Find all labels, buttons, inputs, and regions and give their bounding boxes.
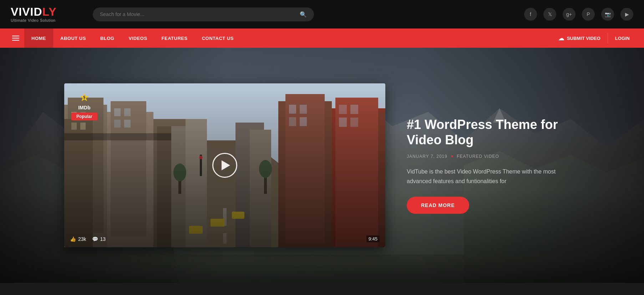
- logo-subtitle: Ultimate Video Solution: [11, 18, 82, 22]
- login-button[interactable]: LOGIN: [608, 36, 637, 41]
- video-stats: 👍 23k 💬 13: [70, 236, 106, 242]
- imdb-label: IMDb: [78, 105, 90, 110]
- video-bottom-bar: 👍 23k 💬 13 9:45: [70, 236, 380, 242]
- rating-number: 5: [83, 95, 86, 99]
- social-icons: f 𝕏 g+ P 📷 ▶: [524, 8, 633, 21]
- nav-link-features[interactable]: FEATURES: [154, 29, 195, 48]
- google-plus-icon[interactable]: g+: [563, 8, 575, 21]
- nav-link-home[interactable]: HOME: [24, 29, 53, 48]
- video-thumbnail: ★ 5 IMDb Popular 👍 23k: [64, 83, 385, 247]
- cloud-upload-icon: ☁: [558, 35, 564, 42]
- popular-badge: Popular: [71, 113, 97, 120]
- likes-stat: 👍 23k: [70, 236, 86, 242]
- play-button[interactable]: [212, 153, 237, 178]
- thumbs-up-icon: 👍: [70, 236, 76, 242]
- nav-item-contact: CONTACT US: [195, 29, 241, 48]
- search-bar: 🔍: [93, 7, 314, 21]
- video-duration: 9:45: [366, 236, 380, 242]
- logo-vivid: VIVID: [11, 5, 42, 18]
- nav-link-videos[interactable]: VIDEOS: [121, 29, 154, 48]
- youtube-icon[interactable]: ▶: [620, 8, 633, 21]
- video-card: ★ 5 IMDb Popular 👍 23k: [64, 83, 385, 247]
- nav-item-features: FEATURES: [154, 29, 195, 48]
- star-icon: ★ 5: [79, 90, 90, 104]
- top-bar: VIVIDLY Ultimate Video Solution 🔍 f 𝕏 g+…: [0, 0, 644, 29]
- hamburger-menu[interactable]: [7, 36, 24, 41]
- nav-items: HOME ABOUT US BLOG VIDEOS FEATURES CONTA…: [24, 29, 241, 48]
- search-input[interactable]: [100, 11, 296, 17]
- nav-link-blog[interactable]: BLOG: [93, 29, 122, 48]
- hero-date: JANUARY 7, 2019: [407, 154, 447, 159]
- logo-ly: LY: [42, 5, 57, 18]
- submit-video-button[interactable]: ☁ SUBMIT VIDEO: [551, 35, 608, 42]
- pinterest-icon[interactable]: P: [582, 8, 595, 21]
- likes-count: 23k: [78, 236, 86, 242]
- hero-description: VidTube is the best Video WordPress Them…: [407, 167, 580, 186]
- nav-bar: HOME ABOUT US BLOG VIDEOS FEATURES CONTA…: [0, 29, 644, 48]
- play-triangle-icon: [222, 160, 230, 170]
- comments-stat: 💬 13: [92, 236, 106, 242]
- comment-icon: 💬: [92, 236, 98, 242]
- hero-title: #1 WordPress Theme for Video Blog: [407, 117, 580, 148]
- hero-section: ★ 5 IMDb Popular 👍 23k: [0, 48, 644, 283]
- nav-item-blog: BLOG: [93, 29, 122, 48]
- hero-meta: JANUARY 7, 2019 • FEATURED VIDEO: [407, 153, 580, 160]
- nav-link-contact[interactable]: CONTACT US: [195, 29, 241, 48]
- logo[interactable]: VIVIDLY Ultimate Video Solution: [11, 6, 82, 22]
- twitter-icon[interactable]: 𝕏: [543, 8, 556, 21]
- submit-video-label: SUBMIT VIDEO: [567, 36, 600, 41]
- hero-content: ★ 5 IMDb Popular 👍 23k: [0, 48, 644, 283]
- nav-right: ☁ SUBMIT VIDEO LOGIN: [551, 33, 637, 43]
- meta-separator: •: [451, 153, 453, 160]
- search-icon[interactable]: 🔍: [300, 11, 307, 18]
- nav-item-about: ABOUT US: [53, 29, 93, 48]
- imdb-badge: ★ 5 IMDb Popular: [71, 90, 97, 120]
- search-wrap: 🔍: [93, 7, 314, 21]
- meta-tag: FEATURED VIDEO: [457, 154, 499, 159]
- nav-item-videos: VIDEOS: [121, 29, 154, 48]
- nav-link-about[interactable]: ABOUT US: [53, 29, 93, 48]
- comments-count: 13: [100, 236, 106, 242]
- read-more-button[interactable]: READ MORE: [407, 197, 469, 214]
- nav-item-home: HOME: [24, 29, 53, 48]
- facebook-icon[interactable]: f: [524, 8, 537, 21]
- star-rating: ★ 5: [79, 90, 90, 104]
- hero-text-panel: #1 WordPress Theme for Video Blog JANUAR…: [407, 117, 580, 214]
- instagram-icon[interactable]: 📷: [601, 8, 614, 21]
